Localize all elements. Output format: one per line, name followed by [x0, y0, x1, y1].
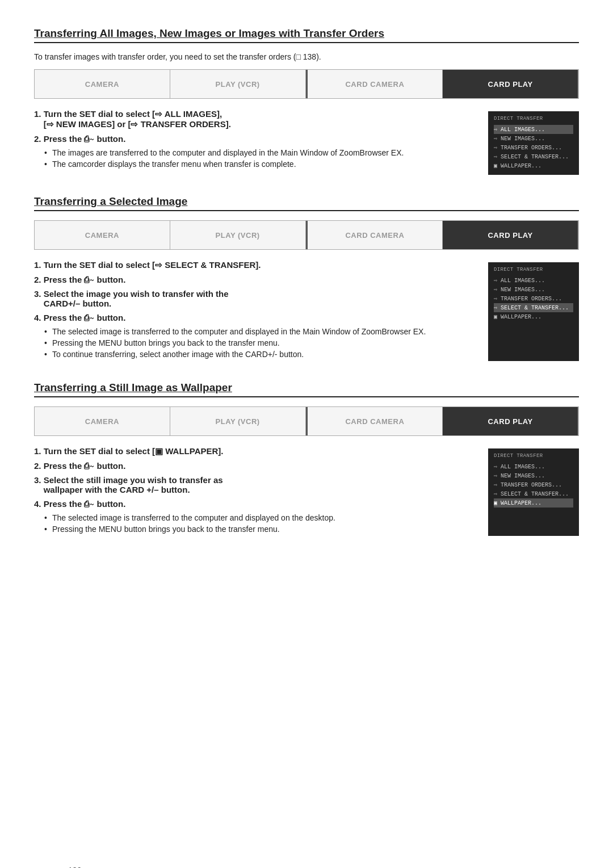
tab-play-vcr-1: PLAY (VCR) [170, 70, 306, 98]
screenshot-item-2-1: ⇨ NEW IMAGES... [494, 285, 573, 294]
section-content-2: 1. Turn the SET dial to select [⇨ SELECT… [34, 260, 579, 361]
screenshot-item-3-3: ⇨ SELECT & TRANSFER... [494, 489, 573, 498]
section-title-3: Transferring a Still Image as Wallpaper [34, 381, 579, 397]
screenshot-item-1-0: ⇨ ALL IMAGES... [494, 125, 573, 134]
screenshot-item-3-1: ⇨ NEW IMAGES... [494, 471, 573, 480]
tab-card-play-2: CARD PLAY [443, 221, 578, 249]
bullet-1-2: The camcorder displays the transfer menu… [44, 160, 475, 169]
screenshot-item-1-1: ⇨ NEW IMAGES... [494, 134, 573, 143]
bullet-list-2: The selected image is transferred to the… [34, 327, 475, 359]
screenshot-2: DIRECT TRANSFER ⇨ ALL IMAGES... ⇨ NEW IM… [488, 262, 579, 361]
section-title-2: Transferring a Selected Image [34, 195, 579, 211]
screenshot-item-3-0: ⇨ ALL IMAGES... [494, 462, 573, 471]
screenshot-title-1: DIRECT TRANSFER [494, 116, 573, 121]
tab-camera-2: CAMERA [35, 221, 170, 249]
screenshot-1: DIRECT TRANSFER ⇨ ALL IMAGES... ⇨ NEW IM… [488, 111, 579, 175]
screenshot-item-1-2: ⇨ TRANSFER ORDERS... [494, 143, 573, 152]
mode-bar-3: CAMERA PLAY (VCR) CARD CAMERA CARD PLAY [34, 406, 579, 436]
tab-camera-3: CAMERA [35, 407, 170, 435]
section-intro-1: To transfer images with transfer order, … [34, 52, 579, 61]
bullet-list-1: The images are transferred to the comput… [34, 148, 475, 169]
screenshot-item-1-4: ▣ WALLPAPER... [494, 161, 573, 170]
section-content-1: 1. Turn the SET dial to select [⇨ ALL IM… [34, 109, 579, 175]
section-content-3: 1. Turn the SET dial to select [▣ WALLPA… [34, 446, 579, 536]
steps-3: 1. Turn the SET dial to select [▣ WALLPA… [34, 446, 475, 536]
bullet-list-3: The selected image is transferred to the… [34, 513, 475, 534]
step-2-4: 4. Press the ⎙∼ button. [34, 313, 475, 322]
bullet-3-1: The selected image is transferred to the… [44, 513, 475, 522]
section-transfer-all: Transferring All Images, New Images or I… [34, 27, 579, 175]
step-3-1: 1. Turn the SET dial to select [▣ WALLPA… [34, 446, 475, 456]
step-2-2: 2. Press the ⎙∼ button. [34, 275, 475, 284]
step-1-2: 2. Press the ⎙∼ button. [34, 134, 475, 144]
section-transfer-selected: Transferring a Selected Image CAMERA PLA… [34, 195, 579, 361]
screenshot-3: DIRECT TRANSFER ⇨ ALL IMAGES... ⇨ NEW IM… [488, 448, 579, 536]
step-3-3: 3. Select the still image you wish to tr… [34, 475, 475, 494]
screenshot-title-2: DIRECT TRANSFER [494, 267, 573, 272]
section-transfer-wallpaper: Transferring a Still Image as Wallpaper … [34, 381, 579, 536]
tab-card-camera-1: CARD CAMERA [306, 70, 443, 98]
screenshot-item-2-4: ▣ WALLPAPER... [494, 312, 573, 321]
page-number: 136 [68, 866, 81, 868]
step-2-1: 1. Turn the SET dial to select [⇨ SELECT… [34, 260, 475, 270]
step-2-3: 3. Select the image you wish to transfer… [34, 289, 475, 308]
tab-card-play-3: CARD PLAY [443, 407, 578, 435]
mode-bar-1: CAMERA PLAY (VCR) CARD CAMERA CARD PLAY [34, 69, 579, 99]
screenshot-item-2-3: ⇨ SELECT & TRANSFER... [494, 303, 573, 312]
screenshot-title-3: DIRECT TRANSFER [494, 453, 573, 459]
bullet-2-1: The selected image is transferred to the… [44, 327, 475, 336]
mode-bar-2: CAMERA PLAY (VCR) CARD CAMERA CARD PLAY [34, 220, 579, 250]
tab-card-camera-3: CARD CAMERA [306, 407, 443, 435]
bullet-2-3: To continue transferring, select another… [44, 350, 475, 359]
step-3-4: 4. Press the ⎙∼ button. [34, 499, 475, 509]
tab-play-vcr-2: PLAY (VCR) [170, 221, 306, 249]
screenshot-item-3-2: ⇨ TRANSFER ORDERS... [494, 480, 573, 489]
screenshot-item-2-2: ⇨ TRANSFER ORDERS... [494, 294, 573, 303]
step-1-1: 1. Turn the SET dial to select [⇨ ALL IM… [34, 109, 475, 129]
section-title-1: Transferring All Images, New Images or I… [34, 27, 579, 43]
tab-card-play-1: CARD PLAY [443, 70, 578, 98]
steps-2: 1. Turn the SET dial to select [⇨ SELECT… [34, 260, 475, 361]
screenshot-item-2-0: ⇨ ALL IMAGES... [494, 276, 573, 285]
tab-camera-1: CAMERA [35, 70, 170, 98]
step-3-2: 2. Press the ⎙∼ button. [34, 461, 475, 471]
screenshot-item-3-4: ▣ WALLPAPER... [494, 498, 573, 508]
tab-card-camera-2: CARD CAMERA [306, 221, 443, 249]
bullet-2-2: Pressing the MENU button brings you back… [44, 338, 475, 347]
bullet-3-2: Pressing the MENU button brings you back… [44, 525, 475, 534]
bullet-1-1: The images are transferred to the comput… [44, 148, 475, 157]
screenshot-item-1-3: ⇨ SELECT & TRANSFER... [494, 152, 573, 161]
tab-play-vcr-3: PLAY (VCR) [170, 407, 306, 435]
steps-1: 1. Turn the SET dial to select [⇨ ALL IM… [34, 109, 475, 175]
